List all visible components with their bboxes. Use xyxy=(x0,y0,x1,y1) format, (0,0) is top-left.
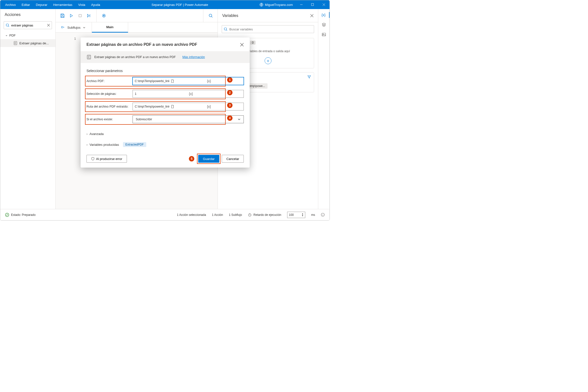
status-act: 1 Acción xyxy=(212,213,223,216)
app-window: Archivo Editar Depurar Herramientas Vist… xyxy=(0,0,330,220)
label-pdf-file: Archivo PDF: xyxy=(86,80,132,83)
advanced-expander[interactable]: Avanzada xyxy=(80,130,250,137)
svg-rect-6 xyxy=(79,14,81,17)
pdf-icon xyxy=(14,41,18,45)
clear-search-icon[interactable] xyxy=(46,23,50,27)
label-page-selection: Selección de páginas: xyxy=(86,92,132,96)
svg-point-12 xyxy=(323,34,324,34)
rail-layers-icon[interactable] xyxy=(321,22,327,28)
produced-variable-chip[interactable]: ExtractedPDF xyxy=(123,142,146,147)
more-info-link[interactable]: Más información xyxy=(182,55,205,59)
status-sel: 1 Acción seleccionada xyxy=(177,213,206,216)
svg-rect-11 xyxy=(322,33,326,36)
rail-variables-icon[interactable]: {x} xyxy=(318,12,330,18)
maximize-button[interactable] xyxy=(307,0,318,9)
status-sub: 1 Subflujo xyxy=(229,213,242,216)
menu-tools[interactable]: Herramientas xyxy=(50,1,75,8)
svg-point-8 xyxy=(104,15,104,16)
chevron-down-icon xyxy=(83,26,86,29)
input-output-path[interactable]: C:\tmp\Temp\powerbi_linkedin_info_página… xyxy=(132,103,244,110)
actions-search xyxy=(4,21,52,29)
close-button[interactable] xyxy=(318,0,330,9)
variables-search-input[interactable] xyxy=(222,25,314,33)
actions-panel: Acciones PDF Extraer páginas de... xyxy=(0,9,56,209)
input-pdf-file[interactable]: C:\tmp\Temp\powerbi_linkedin_info.pdf {x… xyxy=(132,77,244,85)
variables-header: Variables xyxy=(218,9,318,22)
input-page-selection[interactable]: 1 {x} xyxy=(132,90,244,98)
dialog-footer: Al producirse error 5 Guardar Cancelar xyxy=(80,150,250,168)
delay-value-input[interactable]: 100 ▲▼ xyxy=(287,212,305,218)
extract-pdf-dialog: Extraer páginas de un archivo PDF a un n… xyxy=(80,38,250,168)
menu-help[interactable]: Ayuda xyxy=(88,1,103,8)
menu-debug[interactable]: Depurar xyxy=(33,1,50,8)
actions-header: Acciones xyxy=(0,9,55,20)
titlebar: Archivo Editar Depurar Herramientas Vist… xyxy=(0,0,330,9)
spinner-arrows[interactable]: ▲▼ xyxy=(302,213,304,217)
row-pdf-file: 1 Archivo PDF: C:\tmp\Temp\powerbi_linke… xyxy=(86,77,244,85)
add-variable-button[interactable]: ＋ xyxy=(264,57,272,64)
status-delay-label: Retardo de ejecución xyxy=(248,213,281,216)
tabs-bar: Subflujos Main xyxy=(56,22,218,32)
section-title: Seleccionar parámetros xyxy=(86,69,244,73)
cancel-button[interactable]: Cancelar xyxy=(222,155,244,163)
svg-point-13 xyxy=(6,213,9,216)
menu-edit[interactable]: Editar xyxy=(18,1,33,8)
status-ms: ms xyxy=(311,213,315,216)
row-output-path: 3 Ruta del archivo PDF extraído: C:\tmp\… xyxy=(86,103,244,110)
svg-rect-1 xyxy=(312,4,314,6)
variables-produced-expander[interactable]: Variables producidas ExtractedPDF xyxy=(80,141,250,148)
action-item-extract-pages[interactable]: Extraer páginas de... xyxy=(0,39,55,47)
variable-picker-icon[interactable]: {x} xyxy=(189,92,242,96)
info-icon[interactable] xyxy=(321,213,324,216)
save-button[interactable]: Guardar xyxy=(198,155,219,163)
step-icon[interactable] xyxy=(86,13,92,18)
action-group-pdf[interactable]: PDF xyxy=(0,32,55,39)
file-picker-icon[interactable] xyxy=(171,80,205,83)
close-panel-icon[interactable] xyxy=(310,14,314,18)
main-tab[interactable]: Main xyxy=(92,22,128,32)
variable-picker-icon[interactable]: {x} xyxy=(207,104,242,108)
io-count-badge: 0 xyxy=(250,41,256,44)
menu-view[interactable]: Vista xyxy=(75,1,88,8)
line-number: 1 xyxy=(74,37,76,40)
minimize-button[interactable] xyxy=(296,0,307,9)
menu-file[interactable]: Archivo xyxy=(2,1,18,8)
pdf-icon xyxy=(86,55,92,60)
subflows-tab[interactable]: Subflujos xyxy=(56,22,92,32)
actions-search-input[interactable] xyxy=(4,21,52,29)
parameters-section: Seleccionar parámetros 1 Archivo PDF: C:… xyxy=(80,63,250,130)
record-icon[interactable] xyxy=(102,13,106,18)
svg-rect-5 xyxy=(62,16,64,18)
select-if-exists[interactable]: Sobrescribir xyxy=(132,116,244,123)
svg-point-9 xyxy=(209,14,212,17)
menu-bar: Archivo Editar Depurar Herramientas Vist… xyxy=(0,1,103,8)
status-state: Estado: Preparado xyxy=(5,213,36,217)
search-icon xyxy=(6,23,10,27)
svg-rect-4 xyxy=(62,14,63,15)
on-error-button[interactable]: Al producirse error xyxy=(86,155,127,163)
dialog-info-bar: Extraer páginas de un archivo PDF a un n… xyxy=(80,51,250,63)
search-icon xyxy=(224,27,228,31)
row-if-exists: 4 Si el archivo existe: Sobrescribir xyxy=(86,116,244,123)
label-output-path: Ruta del archivo PDF extraído: xyxy=(86,105,132,108)
variables-search xyxy=(222,25,314,33)
dialog-title: Extraer páginas de un archivo PDF a un n… xyxy=(86,42,197,47)
svg-point-10 xyxy=(224,28,226,30)
row-page-selection: 2 Selección de páginas: 1 {x} xyxy=(86,90,244,98)
label-if-exists: Si el archivo existe: xyxy=(86,118,132,121)
stop-icon[interactable] xyxy=(78,13,82,18)
status-bar: Estado: Preparado 1 Acción seleccionada … xyxy=(0,209,330,220)
window-title: Separar páginas PDF | Power Automate xyxy=(103,3,257,6)
right-rail: {x} xyxy=(318,9,330,209)
run-icon[interactable] xyxy=(69,13,74,18)
filter-icon[interactable] xyxy=(308,75,311,79)
site-link[interactable]: MiguelTroyano.com xyxy=(256,3,296,6)
dialog-close-icon[interactable] xyxy=(240,43,244,46)
save-icon[interactable] xyxy=(60,13,65,18)
file-picker-icon[interactable] xyxy=(171,105,205,108)
rail-images-icon[interactable] xyxy=(321,32,327,38)
shield-icon xyxy=(91,157,94,160)
toolbar-search-icon[interactable] xyxy=(208,13,213,18)
window-controls xyxy=(296,0,330,9)
variable-picker-icon[interactable]: {x} xyxy=(207,79,242,83)
